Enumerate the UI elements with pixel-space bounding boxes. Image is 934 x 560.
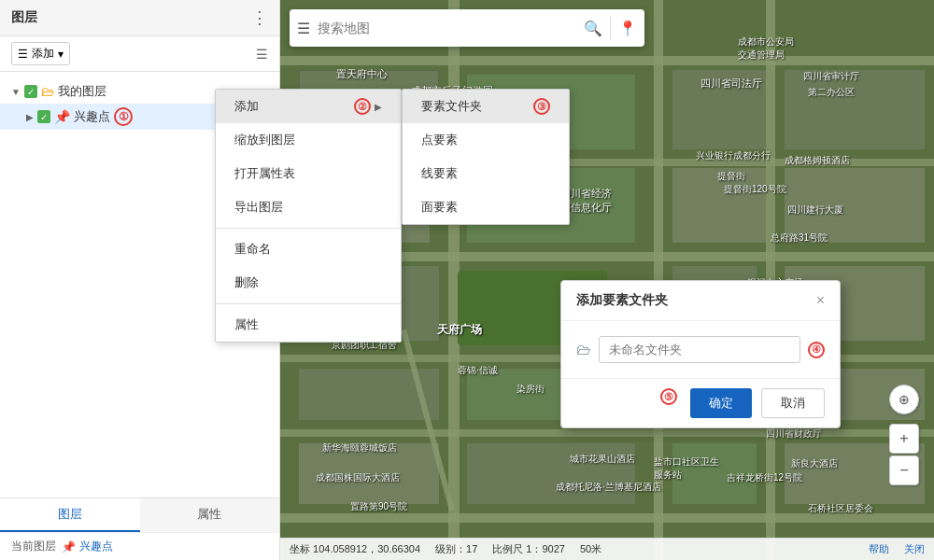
current-layer-value: 📌 兴趣点: [62, 539, 113, 554]
more-options-icon[interactable]: ⋮: [251, 7, 268, 28]
dialog-title: 添加要素文件夹: [576, 292, 668, 309]
expand-arrow-my-layers: ▼: [11, 87, 21, 97]
zoom-out-button[interactable]: −: [889, 455, 919, 485]
menu-zoom-label: 缩放到图层: [234, 132, 295, 148]
map-label-gemudon: 成都格姆顿酒店: [785, 154, 850, 167]
map-label-zongfu: 总府路31号院: [771, 231, 828, 245]
submenu-folder-label: 要素文件夹: [421, 98, 482, 115]
submenu-item-point[interactable]: 点要素: [403, 123, 569, 157]
folder-input-icon: 🗁: [576, 342, 591, 358]
menu-rename-label: 重命名: [234, 241, 271, 258]
menu-attr-table-label: 打开属性表: [234, 165, 295, 182]
map-label-yanshikou: 盐市口社区卫生服务站: [654, 455, 719, 482]
my-layers-label: 我的图层: [58, 83, 106, 100]
coordinates: 坐标 104.058912，30.66304: [290, 542, 420, 556]
map-label-xinliang: 新良大酒店: [791, 457, 838, 470]
context-menu: 添加 ② ▶ 缩放到图层 打开属性表 导出图层 重命名 删除 属性: [215, 89, 402, 343]
search-icon[interactable]: 🔍: [584, 20, 602, 37]
menu-divider-2: [216, 303, 401, 304]
distance: 50米: [580, 542, 601, 556]
tab-layers[interactable]: 图层: [0, 498, 140, 532]
poi-checkbox[interactable]: [37, 110, 50, 123]
map-label-tidujie: 提督街: [717, 170, 745, 183]
menu-item-properties[interactable]: 属性: [216, 308, 401, 342]
poi-label: 兴趣点: [74, 108, 110, 125]
menu-item-rename[interactable]: 重命名: [216, 232, 401, 266]
map-label-tianfu: 置天府中心: [336, 67, 388, 81]
map-label-jiaotong: 成都市公安局交通管理局: [738, 35, 794, 62]
location-button[interactable]: ⊕: [889, 385, 919, 414]
my-layers-folder-icon: 🗁: [41, 84, 54, 99]
badge-2: ②: [354, 98, 371, 115]
map-controls: ⊕ + −: [889, 385, 919, 485]
menu-item-delete[interactable]: 删除: [216, 266, 401, 300]
map-label-tidujie120: 提督街120号院: [724, 183, 786, 196]
submenu-item-polygon[interactable]: 面要素: [403, 190, 569, 224]
level: 级别：17: [435, 542, 477, 556]
panel-header: 图层 ⋮: [0, 0, 279, 36]
panel-footer: 当前图层 📌 兴趣点: [0, 532, 279, 560]
scale: 比例尺 1：9027: [492, 542, 565, 556]
map-label-jixiang: 吉祥龙桥街12号院: [727, 471, 802, 484]
badge-5: ⑤: [660, 388, 677, 405]
zoom-in-button[interactable]: +: [889, 424, 919, 454]
panel-title: 图层: [11, 9, 37, 26]
add-layer-button[interactable]: ☰ 添加 ▾: [11, 42, 70, 65]
map-label-sifacaizh: 四川省财政厅: [766, 427, 822, 441]
map-label-tuoni: 成都托尼洛·兰博基尼酒店: [556, 481, 661, 494]
badge-3: ③: [533, 98, 550, 115]
top-search-bar: ☰ 🔍 📍: [290, 9, 644, 47]
my-layers-checkbox[interactable]: [24, 85, 37, 98]
map-label-tianfuguangchang: 天府广场: [437, 322, 482, 338]
poi-badge-1: ①: [114, 107, 133, 126]
submenu-polygon-label: 面要素: [421, 200, 458, 214]
add-icon: ☰: [18, 48, 28, 61]
map-label-rongcity: 蓉锦·信诚: [458, 364, 498, 377]
poi-folder-icon: 📌: [54, 109, 70, 124]
cancel-button[interactable]: 取消: [761, 388, 825, 418]
menu-item-zoom[interactable]: 缩放到图层: [216, 123, 401, 157]
dialog-header: 添加要素文件夹 ×: [561, 281, 840, 321]
map-label-cityflower: 城市花果山酒店: [570, 453, 635, 466]
panel-toolbar: ☰ 添加 ▾ ☰: [0, 36, 279, 72]
expand-arrow-poi: ▶: [26, 112, 34, 122]
menu-icon[interactable]: ☰: [297, 20, 310, 37]
submenu-item-folder[interactable]: 要素文件夹 ③: [403, 90, 569, 123]
current-layer-icon: 📌: [62, 540, 76, 553]
menu-item-add[interactable]: 添加 ② ▶: [216, 90, 401, 123]
search-divider: [610, 17, 611, 39]
dialog-close-button[interactable]: ×: [816, 292, 825, 309]
add-folder-dialog: 添加要素文件夹 × 🗁 ④ ⑤ 确定 取消: [560, 280, 841, 428]
menu-properties-label: 属性: [234, 316, 259, 333]
submenu-item-line[interactable]: 线要素: [403, 157, 569, 190]
map-label-xingye: 兴业银行成都分行: [696, 149, 771, 162]
status-bar: 坐标 104.058912，30.66304 级别：17 比例尺 1：9027 …: [280, 538, 934, 560]
folder-name-input[interactable]: [599, 336, 800, 363]
submenu-line-label: 线要素: [421, 166, 458, 180]
submenu-point-label: 点要素: [421, 133, 458, 147]
map-label-jianhang: 四川建行大厦: [787, 203, 843, 217]
tab-attributes[interactable]: 属性: [140, 498, 280, 532]
dialog-body: 🗁 ④: [561, 321, 840, 378]
map-label-ranfangjie: 染房街: [517, 383, 545, 396]
close-link[interactable]: 关闭: [904, 542, 925, 556]
map-label-lu90: 置路第90号院: [350, 500, 407, 513]
search-input[interactable]: [318, 21, 576, 35]
badge-4: ④: [808, 342, 825, 358]
location-icon[interactable]: 📍: [618, 20, 637, 37]
map-label-sifating: 四川省司法厅: [700, 77, 762, 91]
submenu-arrow: ▶: [375, 102, 382, 112]
dropdown-icon: ▾: [58, 48, 64, 61]
menu-export-label: 导出图层: [234, 199, 283, 216]
help-link[interactable]: 帮助: [869, 542, 889, 556]
menu-divider-1: [216, 228, 401, 229]
confirm-button[interactable]: 确定: [690, 388, 752, 418]
menu-item-export[interactable]: 导出图层: [216, 190, 401, 224]
map-label-shiqiao: 石桥社区居委会: [808, 502, 873, 515]
current-layer-label: 当前图层: [11, 539, 56, 554]
menu-item-attr-table[interactable]: 打开属性表: [216, 157, 401, 190]
map-label-xinhua: 新华海颐蓉城饭店: [322, 441, 397, 455]
map-label-bangongqu: 第二办公区: [808, 86, 855, 99]
dialog-input-row: 🗁 ④: [576, 336, 825, 363]
filter-icon[interactable]: ☰: [256, 47, 268, 62]
